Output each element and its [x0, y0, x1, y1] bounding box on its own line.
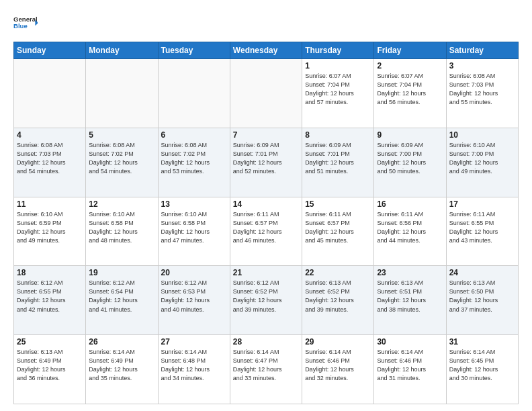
calendar-cell-3-4: 22Sunrise: 6:13 AM Sunset: 6:52 PM Dayli…	[302, 266, 374, 335]
day-info: Sunrise: 6:08 AM Sunset: 7:02 PM Dayligh…	[89, 141, 154, 176]
day-number: 16	[377, 199, 443, 209]
day-number: 14	[233, 199, 299, 209]
day-info: Sunrise: 6:13 AM Sunset: 6:49 PM Dayligh…	[17, 348, 83, 383]
calendar-cell-1-0: 4Sunrise: 6:08 AM Sunset: 7:03 PM Daylig…	[14, 128, 86, 197]
calendar-cell-0-1	[86, 59, 158, 128]
calendar-cell-2-6: 17Sunrise: 6:11 AM Sunset: 6:55 PM Dayli…	[446, 197, 518, 266]
day-number: 11	[17, 199, 83, 209]
day-number: 2	[377, 61, 443, 71]
header-thursday: Thursday	[302, 42, 374, 59]
calendar-cell-2-1: 12Sunrise: 6:10 AM Sunset: 6:58 PM Dayli…	[86, 197, 158, 266]
calendar-cell-3-6: 24Sunrise: 6:13 AM Sunset: 6:50 PM Dayli…	[446, 266, 518, 335]
day-number: 18	[17, 268, 83, 277]
calendar-cell-4-0: 25Sunrise: 6:13 AM Sunset: 6:49 PM Dayli…	[14, 335, 86, 404]
day-number: 15	[305, 199, 371, 209]
day-number: 10	[449, 130, 515, 140]
day-info: Sunrise: 6:07 AM Sunset: 7:04 PM Dayligh…	[377, 72, 443, 107]
calendar-cell-1-2: 6Sunrise: 6:08 AM Sunset: 7:02 PM Daylig…	[158, 128, 230, 197]
day-info: Sunrise: 6:09 AM Sunset: 7:01 PM Dayligh…	[305, 141, 371, 176]
day-info: Sunrise: 6:14 AM Sunset: 6:46 PM Dayligh…	[377, 348, 443, 383]
day-info: Sunrise: 6:14 AM Sunset: 6:49 PM Dayligh…	[89, 348, 154, 383]
day-number: 5	[89, 130, 154, 140]
day-number: 7	[233, 130, 299, 140]
day-number: 25	[17, 337, 83, 347]
day-number: 21	[233, 268, 299, 277]
day-info: Sunrise: 6:12 AM Sunset: 6:54 PM Dayligh…	[89, 279, 154, 314]
header-friday: Friday	[374, 42, 446, 59]
day-info: Sunrise: 6:13 AM Sunset: 6:50 PM Dayligh…	[449, 279, 515, 314]
week-row-1: 4Sunrise: 6:08 AM Sunset: 7:03 PM Daylig…	[14, 128, 519, 197]
calendar-table: SundayMondayTuesdayWednesdayThursdayFrid…	[13, 42, 519, 404]
calendar-cell-1-5: 9Sunrise: 6:09 AM Sunset: 7:00 PM Daylig…	[374, 128, 446, 197]
header-wednesday: Wednesday	[230, 42, 302, 59]
header-tuesday: Tuesday	[158, 42, 230, 59]
day-info: Sunrise: 6:14 AM Sunset: 6:48 PM Dayligh…	[161, 348, 227, 383]
calendar-cell-3-5: 23Sunrise: 6:13 AM Sunset: 6:51 PM Dayli…	[374, 266, 446, 335]
day-number: 19	[89, 268, 154, 277]
day-number: 17	[449, 199, 515, 209]
day-number: 26	[89, 337, 154, 347]
day-info: Sunrise: 6:14 AM Sunset: 6:47 PM Dayligh…	[233, 348, 299, 383]
day-info: Sunrise: 6:12 AM Sunset: 6:55 PM Dayligh…	[17, 279, 83, 314]
calendar-cell-2-2: 13Sunrise: 6:10 AM Sunset: 6:58 PM Dayli…	[158, 197, 230, 266]
day-info: Sunrise: 6:08 AM Sunset: 7:03 PM Dayligh…	[17, 141, 83, 176]
header-monday: Monday	[86, 42, 158, 59]
calendar-cell-2-5: 16Sunrise: 6:11 AM Sunset: 6:56 PM Dayli…	[374, 197, 446, 266]
calendar-cell-4-6: 31Sunrise: 6:14 AM Sunset: 6:45 PM Dayli…	[446, 335, 518, 404]
calendar-cell-2-4: 15Sunrise: 6:11 AM Sunset: 6:57 PM Dayli…	[302, 197, 374, 266]
day-info: Sunrise: 6:14 AM Sunset: 6:45 PM Dayligh…	[449, 348, 515, 383]
calendar-cell-1-6: 10Sunrise: 6:10 AM Sunset: 7:00 PM Dayli…	[446, 128, 518, 197]
day-number: 20	[161, 268, 227, 277]
calendar-cell-1-3: 7Sunrise: 6:09 AM Sunset: 7:01 PM Daylig…	[230, 128, 302, 197]
day-info: Sunrise: 6:08 AM Sunset: 7:02 PM Dayligh…	[161, 141, 227, 176]
week-row-4: 25Sunrise: 6:13 AM Sunset: 6:49 PM Dayli…	[14, 335, 519, 404]
day-info: Sunrise: 6:10 AM Sunset: 7:00 PM Dayligh…	[449, 141, 515, 176]
day-number: 31	[449, 337, 515, 347]
day-info: Sunrise: 6:14 AM Sunset: 6:46 PM Dayligh…	[305, 348, 371, 383]
calendar-cell-0-0	[14, 59, 86, 128]
calendar-cell-4-2: 27Sunrise: 6:14 AM Sunset: 6:48 PM Dayli…	[158, 335, 230, 404]
day-info: Sunrise: 6:10 AM Sunset: 6:58 PM Dayligh…	[161, 210, 227, 245]
day-number: 4	[17, 130, 83, 140]
day-info: Sunrise: 6:08 AM Sunset: 7:03 PM Dayligh…	[449, 72, 515, 107]
day-number: 9	[377, 130, 443, 140]
calendar-cell-2-3: 14Sunrise: 6:11 AM Sunset: 6:57 PM Dayli…	[230, 197, 302, 266]
calendar-cell-2-0: 11Sunrise: 6:10 AM Sunset: 6:59 PM Dayli…	[14, 197, 86, 266]
day-info: Sunrise: 6:10 AM Sunset: 6:59 PM Dayligh…	[17, 210, 83, 245]
calendar-cell-0-3	[230, 59, 302, 128]
calendar-cell-4-3: 28Sunrise: 6:14 AM Sunset: 6:47 PM Dayli…	[230, 335, 302, 404]
day-number: 24	[449, 268, 515, 277]
day-number: 28	[233, 337, 299, 347]
calendar-cell-0-6: 3Sunrise: 6:08 AM Sunset: 7:03 PM Daylig…	[446, 59, 518, 128]
logo-svg: General Blue	[13, 11, 38, 35]
day-number: 12	[89, 199, 154, 209]
day-info: Sunrise: 6:12 AM Sunset: 6:52 PM Dayligh…	[233, 279, 299, 314]
calendar-cell-3-0: 18Sunrise: 6:12 AM Sunset: 6:55 PM Dayli…	[14, 266, 86, 335]
calendar-header-row: SundayMondayTuesdayWednesdayThursdayFrid…	[14, 42, 519, 59]
day-info: Sunrise: 6:11 AM Sunset: 6:57 PM Dayligh…	[233, 210, 299, 245]
day-number: 27	[161, 337, 227, 347]
day-info: Sunrise: 6:07 AM Sunset: 7:04 PM Dayligh…	[305, 72, 371, 107]
day-number: 1	[305, 61, 371, 71]
calendar-cell-3-2: 20Sunrise: 6:12 AM Sunset: 6:53 PM Dayli…	[158, 266, 230, 335]
day-number: 3	[449, 61, 515, 71]
day-info: Sunrise: 6:10 AM Sunset: 6:58 PM Dayligh…	[89, 210, 154, 245]
day-number: 23	[377, 268, 443, 277]
header: General Blue	[13, 11, 519, 35]
day-info: Sunrise: 6:11 AM Sunset: 6:56 PM Dayligh…	[377, 210, 443, 245]
calendar-cell-0-4: 1Sunrise: 6:07 AM Sunset: 7:04 PM Daylig…	[302, 59, 374, 128]
calendar-cell-3-1: 19Sunrise: 6:12 AM Sunset: 6:54 PM Dayli…	[86, 266, 158, 335]
day-number: 29	[305, 337, 371, 347]
calendar-cell-4-4: 29Sunrise: 6:14 AM Sunset: 6:46 PM Dayli…	[302, 335, 374, 404]
day-info: Sunrise: 6:12 AM Sunset: 6:53 PM Dayligh…	[161, 279, 227, 314]
day-number: 6	[161, 130, 227, 140]
header-saturday: Saturday	[446, 42, 518, 59]
calendar-cell-0-2	[158, 59, 230, 128]
week-row-2: 11Sunrise: 6:10 AM Sunset: 6:59 PM Dayli…	[14, 197, 519, 266]
header-sunday: Sunday	[14, 42, 86, 59]
day-number: 8	[305, 130, 371, 140]
calendar-cell-4-5: 30Sunrise: 6:14 AM Sunset: 6:46 PM Dayli…	[374, 335, 446, 404]
day-number: 22	[305, 268, 371, 277]
calendar-cell-0-5: 2Sunrise: 6:07 AM Sunset: 7:04 PM Daylig…	[374, 59, 446, 128]
day-info: Sunrise: 6:13 AM Sunset: 6:51 PM Dayligh…	[377, 279, 443, 314]
